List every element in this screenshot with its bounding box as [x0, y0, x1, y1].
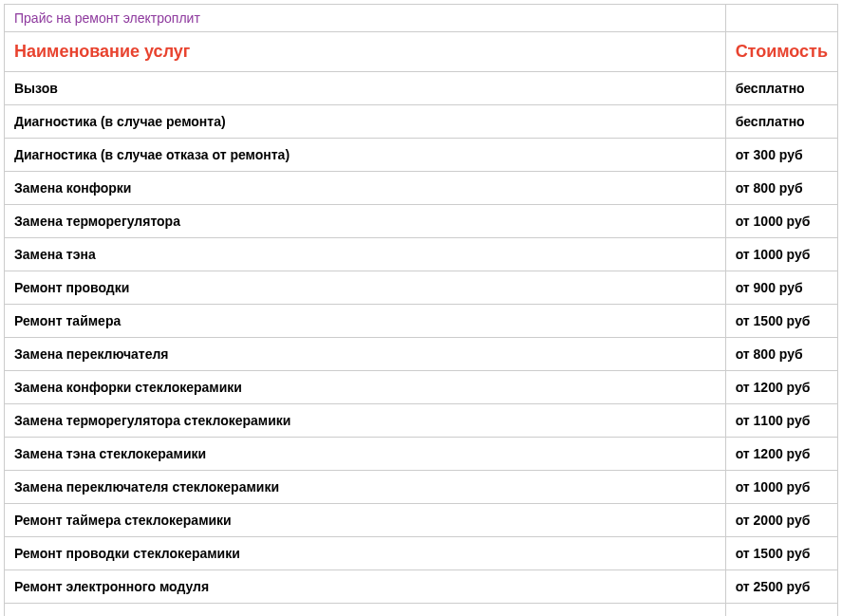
price-cell: от 1100 руб	[725, 404, 837, 438]
table-row: Замена переключателяот 800 руб	[5, 338, 838, 371]
service-cell: Замена терморегулятора	[5, 205, 726, 238]
service-cell: Ремонт электронного модуля	[5, 570, 726, 604]
price-cell: от 2000 руб	[725, 504, 837, 537]
price-cell: от 1000 руб	[725, 238, 837, 271]
table-row: Ремонт таймера стеклокерамикиот 2000 руб	[5, 504, 838, 537]
price-cell: от 1500 руб	[725, 537, 837, 570]
price-cell: бесплатно	[725, 72, 837, 105]
service-cell: Замена терморегулятора стеклокерамики	[5, 404, 726, 438]
price-table: Прайс на ремонт электроплит Наименование…	[4, 4, 838, 616]
service-cell: Ремонт таймера	[5, 305, 726, 338]
table-row: Замена терморегулятораот 1000 руб	[5, 205, 838, 238]
service-cell: Ремонт таймера стеклокерамики	[5, 504, 726, 537]
service-cell: Замена переключателя стеклокерамики	[5, 471, 726, 504]
service-cell: Замена переключателя	[5, 338, 726, 371]
price-cell: от 900 руб	[725, 271, 837, 305]
table-row: Вызовбесплатно	[5, 72, 838, 105]
table-row: Диагностика (в случае ремонта)бесплатно	[5, 105, 838, 139]
price-cell: от 1500 руб	[725, 305, 837, 338]
footnote-empty	[725, 604, 837, 617]
service-cell: Вызов	[5, 72, 726, 105]
price-cell: от 1000 руб	[725, 205, 837, 238]
table-title: Прайс на ремонт электроплит	[5, 5, 726, 32]
price-cell: от 1200 руб	[725, 438, 837, 471]
service-cell: Замена тэна	[5, 238, 726, 271]
table-row: Ремонт проводки стеклокерамикиот 1500 ру…	[5, 537, 838, 570]
header-price: Стоимость	[725, 32, 837, 72]
table-row: Замена конфорки стеклокерамикиот 1200 ру…	[5, 371, 838, 404]
service-cell: Диагностика (в случае отказа от ремонта)	[5, 139, 726, 172]
table-title-empty	[725, 5, 837, 32]
service-cell: Ремонт проводки	[5, 271, 726, 305]
table-row: Ремонт проводкиот 900 руб	[5, 271, 838, 305]
header-service: Наименование услуг	[5, 32, 726, 72]
service-cell: Замена конфорки стеклокерамики	[5, 371, 726, 404]
table-row: Замена переключателя стеклокерамикиот 10…	[5, 471, 838, 504]
service-cell: Замена конфорки	[5, 172, 726, 205]
table-row: Замена тэнаот 1000 руб	[5, 238, 838, 271]
price-cell: от 300 руб	[725, 139, 837, 172]
price-cell: от 800 руб	[725, 172, 837, 205]
price-cell: от 800 руб	[725, 338, 837, 371]
table-row: Замена конфоркиот 800 руб	[5, 172, 838, 205]
price-cell: бесплатно	[725, 105, 837, 139]
footnote-text: *В прайсе указаны ориентировочные цены н…	[5, 604, 726, 617]
price-table-body: Прайс на ремонт электроплит Наименование…	[5, 5, 838, 617]
price-cell: от 1000 руб	[725, 471, 837, 504]
service-cell: Ремонт проводки стеклокерамики	[5, 537, 726, 570]
price-cell: от 1200 руб	[725, 371, 837, 404]
service-cell: Замена тэна стеклокерамики	[5, 438, 726, 471]
table-row: Замена терморегулятора стеклокерамикиот …	[5, 404, 838, 438]
table-header-row: Наименование услуг Стоимость	[5, 32, 838, 72]
table-row: Ремонт таймераот 1500 руб	[5, 305, 838, 338]
table-row: Диагностика (в случае отказа от ремонта)…	[5, 139, 838, 172]
table-title-row: Прайс на ремонт электроплит	[5, 5, 838, 32]
table-row: Замена тэна стеклокерамикиот 1200 руб	[5, 438, 838, 471]
footnote-row: *В прайсе указаны ориентировочные цены н…	[5, 604, 838, 617]
service-cell: Диагностика (в случае ремонта)	[5, 105, 726, 139]
price-cell: от 2500 руб	[725, 570, 837, 604]
table-row: Ремонт электронного модуляот 2500 руб	[5, 570, 838, 604]
